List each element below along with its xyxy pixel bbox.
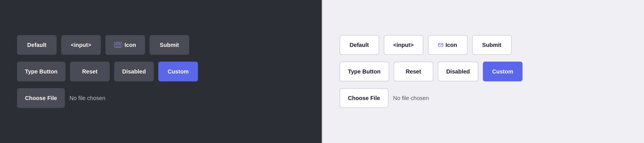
light-submit-label: Submit [482, 42, 502, 48]
light-choose-file-button[interactable]: Choose File [340, 88, 389, 108]
light-icon-label: Icon [445, 42, 457, 48]
dark-submit-button[interactable]: Submit [150, 35, 189, 55]
dark-disabled-button[interactable]: Disabled [114, 62, 154, 81]
dark-typebutton-button[interactable]: Type Button [17, 62, 65, 81]
dark-disabled-label: Disabled [122, 68, 146, 75]
light-reset-label: Reset [406, 68, 421, 75]
svg-rect-0 [116, 43, 120, 47]
envelope-icon-light [438, 43, 443, 47]
light-submit-button[interactable]: Submit [472, 35, 512, 55]
light-icon-button[interactable]: Icon [428, 35, 468, 55]
dark-default-label: Default [27, 42, 46, 48]
dark-custom-button[interactable]: Custom [158, 62, 198, 81]
light-disabled-label: Disabled [446, 68, 470, 75]
dark-input-button[interactable]: <input> [61, 35, 101, 55]
light-disabled-button[interactable]: Disabled [438, 62, 478, 81]
light-typebutton-label: Type Button [348, 68, 381, 75]
light-default-label: Default [350, 42, 369, 48]
light-button-row-1: Default <input> Icon Submit [340, 35, 512, 55]
svg-rect-1 [438, 43, 443, 47]
light-choose-file-label: Choose File [348, 95, 380, 101]
dark-panel: Default <input> Icon Submit Type Button … [0, 0, 322, 143]
dark-reset-button[interactable]: Reset [70, 62, 110, 81]
dark-custom-label: Custom [168, 68, 189, 75]
dark-submit-label: Submit [160, 42, 179, 48]
dark-icon-button[interactable]: Icon [105, 35, 145, 55]
dark-icon-label: Icon [124, 42, 136, 48]
light-custom-button[interactable]: Custom [483, 62, 523, 81]
dark-reset-label: Reset [82, 68, 97, 75]
light-input-button[interactable]: <input> [384, 35, 423, 55]
light-panel: Default <input> Icon Submit Type Button … [323, 0, 644, 143]
envelope-icon [114, 42, 122, 48]
dark-no-file-status: No file chosen [69, 95, 105, 101]
light-reset-button[interactable]: Reset [394, 62, 433, 81]
dark-default-button[interactable]: Default [17, 35, 57, 55]
dark-input-label: <input> [71, 42, 91, 48]
light-default-button[interactable]: Default [340, 35, 379, 55]
light-input-label: <input> [393, 42, 413, 48]
dark-choose-file-label: Choose File [25, 95, 57, 101]
dark-choose-file-button[interactable]: Choose File [17, 88, 65, 108]
dark-file-input-row: Choose File No file chosen [17, 88, 105, 108]
light-button-row-2: Type Button Reset Disabled Custom [340, 62, 523, 81]
dark-button-row-2: Type Button Reset Disabled Custom [17, 62, 198, 81]
light-typebutton-button[interactable]: Type Button [340, 62, 389, 81]
light-custom-label: Custom [492, 68, 513, 75]
light-file-input-row: Choose File No file chosen [340, 88, 429, 108]
light-no-file-status: No file chosen [393, 95, 429, 101]
dark-typebutton-label: Type Button [25, 68, 57, 75]
dark-button-row-1: Default <input> Icon Submit [17, 35, 189, 55]
